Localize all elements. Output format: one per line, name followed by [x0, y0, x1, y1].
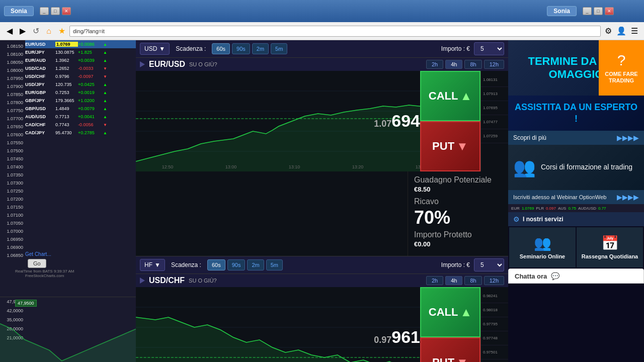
home-button[interactable]: ⌂: [43, 26, 54, 37]
window-controls: _ □ ✕: [40, 7, 71, 15]
star-icon: ★: [56, 26, 67, 37]
time-btn-5m-1[interactable]: 5m: [271, 43, 287, 54]
address-bar[interactable]: [69, 26, 601, 37]
chart1-controls: USD ▼ Scadenza : 60s 90s 2m 5m Importo :…: [136, 40, 508, 58]
chart2-price-scale: 0.98241 0.98018 0.97795 0.97748 0.97501: [480, 287, 508, 362]
chart1-header: EUR/USD SU O GIÙ? 2h 4h 8h 12h: [136, 58, 508, 71]
refresh-button[interactable]: ↺: [30, 26, 41, 37]
go-button[interactable]: Go: [28, 259, 46, 268]
come-fare-trading-button[interactable]: ? COME FARE TRADING: [599, 40, 644, 96]
servizio-rassegna[interactable]: 📅 Rassegna Quotidiana: [577, 227, 643, 267]
time-buttons-2: 60s 90s 2m 5m: [207, 259, 283, 270]
chat-bar[interactable]: Chatta ora 💬: [508, 268, 644, 284]
importo-select-1[interactable]: 5102550: [474, 42, 504, 55]
tf-2h-2[interactable]: 2h: [426, 276, 443, 285]
price-row-gbp-jpy[interactable]: GBP/JPY179.3665+1.0200▲: [25, 97, 136, 105]
window-title: Sonia: [4, 6, 34, 16]
menu-icon[interactable]: ☰: [629, 26, 640, 37]
tf-2h-1[interactable]: 2h: [426, 60, 443, 69]
main-scroll[interactable]: USD ▼ Scadenza : 60s 90s 2m 5m Importo :…: [136, 40, 508, 362]
price-row-usd-chf[interactable]: USD/CHF0.9796-0.0097▼: [25, 72, 136, 80]
formazione-text: Corsi di formazione al trading: [541, 162, 632, 172]
time-btn-90s-2[interactable]: 90s: [227, 259, 246, 270]
instrument-select-2[interactable]: HF ▼: [140, 259, 165, 271]
time-btn-60s-1[interactable]: 60s: [212, 43, 230, 54]
maximize-button[interactable]: □: [51, 7, 60, 15]
nostri-servizi-header: ⚙ I nostri servizi: [508, 212, 644, 226]
tf-8h-2[interactable]: 8h: [464, 276, 481, 285]
guadagno-label-1: Guadagno Potenziale: [414, 175, 502, 185]
price-row-eur-aud[interactable]: EUR/AUD1.3962+0.0039▲: [25, 56, 136, 64]
ricavo-pct-1: 70%: [414, 207, 502, 228]
mini-chart: 47,9500 42,0000 35,0000 28,0000 21,0000 …: [0, 297, 136, 362]
chart1-header-left: EUR/USD SU O GIÙ?: [140, 60, 217, 69]
minimize-button[interactable]: _: [40, 7, 49, 15]
importo-label-1: Importo : €: [441, 45, 470, 52]
chart1-stats-panel: Guadagno Potenziale €8.50 Ricavo 70% Imp…: [408, 171, 508, 256]
time-btn-60s-2[interactable]: 60s: [207, 259, 225, 270]
chart1-call-button[interactable]: CALL: [420, 71, 480, 121]
importo-select-2[interactable]: 5102550: [474, 258, 504, 272]
webinar-bar[interactable]: Iscriviti adesso al Webinar OptionWeb ▶▶…: [508, 190, 644, 204]
formazione-section[interactable]: 👥 Corsi di formazione al trading: [508, 145, 644, 190]
time-buttons-1: 60s 90s 2m 5m: [212, 43, 287, 54]
instrument-select-1[interactable]: USD ▼: [140, 43, 170, 55]
get-chart-link[interactable]: Get Chart...: [25, 251, 51, 257]
price-row-usd-cad[interactable]: USD/CAD1.2652-0.0033▼: [25, 64, 136, 72]
price-row-usd-jpy[interactable]: USD/JPY120.735+0.0425▲: [25, 80, 136, 88]
scopri-text: Scopri di più: [513, 134, 617, 141]
time-btn-2m-1[interactable]: 2m: [252, 43, 269, 54]
user-icon[interactable]: 👤: [616, 26, 627, 37]
chart1-put-button[interactable]: PUT: [420, 121, 480, 171]
tf-4h-2[interactable]: 4h: [445, 276, 462, 285]
price-row-eur-usd[interactable]: EUR/USD1.0769+0.0086▲: [25, 40, 136, 48]
window-title-2: Sonia: [547, 6, 577, 16]
tf-4h-1[interactable]: 4h: [445, 60, 462, 69]
price-row-eur-gbp[interactable]: EUR/GBP0.7253+0.0019▲: [25, 88, 136, 97]
close-button[interactable]: ✕: [62, 7, 71, 15]
chart2-put-button[interactable]: PUT: [420, 337, 480, 362]
minimize-button-2[interactable]: _: [583, 7, 592, 15]
servizio-seminario[interactable]: 👥 Seminario Online: [509, 227, 576, 267]
chat-text: Chatta ora: [515, 273, 547, 280]
webinar-arrows-icon: ▶▶▶▶: [617, 193, 639, 201]
time-btn-90s-1[interactable]: 90s: [232, 43, 250, 54]
chart1-body: 1.07694 12:5013:0013:1013:2013:30 1.0813…: [136, 71, 508, 171]
chart2-header-left: USD/CHF SU O GIÙ?: [140, 276, 217, 285]
price-row-cad-chf[interactable]: CAD/CHF0.7743-0.0056▼: [25, 121, 136, 129]
main-content: USD ▼ Scadenza : 60s 90s 2m 5m Importo :…: [136, 40, 508, 362]
time-btn-5m-2[interactable]: 5m: [266, 259, 283, 270]
seminario-icon: 👥: [534, 235, 551, 251]
chart2-pair-subtitle: SU O GIÙ?: [189, 278, 217, 284]
close-button-2[interactable]: ✕: [605, 7, 614, 15]
tf-12h-1[interactable]: 12h: [484, 60, 504, 69]
chart1-time-labels: 12:5013:0013:1013:2013:30: [136, 164, 453, 169]
ad-banner: TERMINE DA 200€ OMAGGIO ? COME FARE TRAD…: [508, 40, 644, 96]
time-btn-2m-2[interactable]: 2m: [247, 259, 264, 270]
price-row-cad-jpy[interactable]: CAD/JPY95.4730+0.2785▲: [25, 129, 136, 137]
assistita-text: ASSISTITA DA UN ESPERTO !: [514, 102, 638, 125]
scopri-arrows-icon: ▶▶▶▶: [617, 134, 639, 142]
left-panel: 1.08150 1.08100 1.08050 1.08000 1.07950 …: [0, 40, 136, 362]
chart2-header: USD/CHF SU O GIÙ? 2h 4h 8h 12h: [136, 274, 508, 287]
formazione-icon: 👥: [513, 157, 536, 178]
chart2-call-button[interactable]: CALL: [420, 287, 480, 337]
tf-12h-2[interactable]: 12h: [484, 276, 504, 285]
chart2-area: USD/CHF SU O GIÙ? 2h 4h 8h 12h: [136, 274, 508, 362]
maximize-button-2[interactable]: □: [594, 7, 603, 15]
settings-icon[interactable]: ⚙: [603, 26, 614, 37]
chart1-stats-bar: Guadagno Potenziale €8.50 Ricavo 70% Imp…: [136, 171, 508, 256]
chart1-area: EUR/USD SU O GIÙ? 2h 4h 8h 12h: [136, 58, 508, 171]
price-row-gbp-usd[interactable]: GBP/USD1.4849+0.0079▲: [25, 105, 136, 113]
back-button[interactable]: ◀: [4, 26, 15, 37]
price-row-aud-usd[interactable]: AUD/USD0.7713+0.0041▲: [25, 113, 136, 121]
tf-8h-1[interactable]: 8h: [464, 60, 481, 69]
chat-icon: 💬: [551, 272, 559, 280]
price-table: EUR/USD1.0769+0.0086▲EUR/JPY130.0875+1.8…: [25, 40, 136, 137]
scopri-bar[interactable]: Scopri di più ▶▶▶▶: [508, 131, 644, 145]
chart2-timeframes: 2h 4h 8h 12h: [426, 276, 504, 285]
chart1-arrow: [140, 61, 145, 67]
price-row-eur-jpy[interactable]: EUR/JPY130.0875+1.825▲: [25, 48, 136, 56]
forward-button[interactable]: ▶: [17, 26, 28, 37]
chart1-timeframes: 2h 4h 8h 12h: [426, 60, 504, 69]
